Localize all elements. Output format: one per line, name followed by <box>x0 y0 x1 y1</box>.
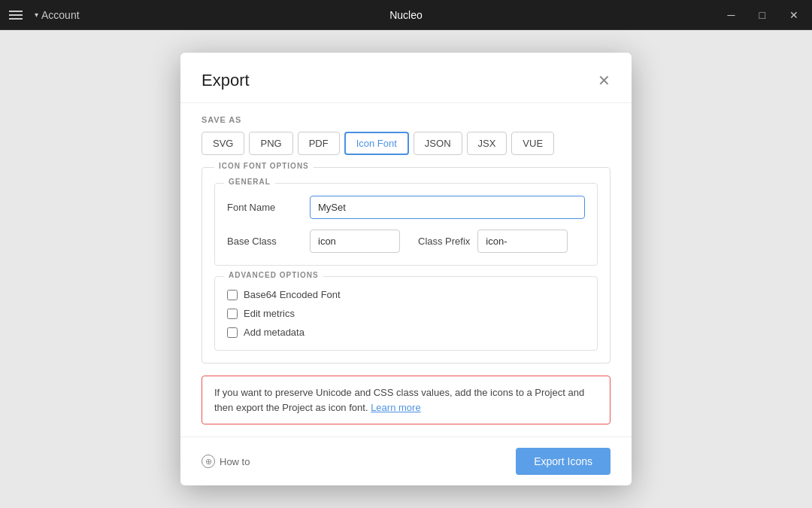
format-png[interactable]: PNG <box>249 132 292 155</box>
base64-checkbox[interactable] <box>227 290 238 300</box>
learn-more-link[interactable]: Learn more <box>371 402 420 413</box>
dialog-footer: ⊕ How to Export Icons <box>180 437 632 485</box>
format-tabs: SVG PNG PDF Icon Font JSON JSX VUE <box>201 132 611 155</box>
advanced-section: ADVANCED OPTIONS Base64 Encoded Font Edi… <box>214 276 598 351</box>
metadata-row: Add metadata <box>227 327 585 338</box>
metadata-label: Add metadata <box>244 327 304 338</box>
base64-label: Base64 Encoded Font <box>244 289 341 300</box>
content-area: Export ✕ SAVE AS SVG PNG PDF Icon Font J… <box>0 30 812 508</box>
account-menu[interactable]: ▾ Account <box>35 9 80 21</box>
dialog-header: Export ✕ <box>180 53 632 103</box>
format-pdf[interactable]: PDF <box>298 132 340 155</box>
advanced-legend: ADVANCED OPTIONS <box>224 271 323 279</box>
base-class-input[interactable] <box>310 230 400 253</box>
class-prefix-field: Class Prefix <box>418 230 568 253</box>
minimize-button[interactable]: ─ <box>723 8 740 22</box>
maximize-button[interactable]: □ <box>755 8 770 22</box>
options-wrapper: ICON FONT OPTIONS GENERAL Font Name Base… <box>180 155 632 376</box>
general-legend: GENERAL <box>224 178 275 186</box>
class-prefix-input[interactable] <box>477 230 568 253</box>
app-title: Nucleo <box>389 9 423 21</box>
titlebar-left: ▾ Account <box>9 9 80 21</box>
format-svg[interactable]: SVG <box>201 132 244 155</box>
options-panel: ICON FONT OPTIONS GENERAL Font Name Base… <box>201 167 611 364</box>
base-class-group: Class Prefix <box>310 230 585 253</box>
chevron-down-icon: ▾ <box>35 11 38 19</box>
metrics-row: Edit metrics <box>227 308 585 319</box>
help-icon: ⊕ <box>201 455 215 468</box>
close-window-button[interactable]: ✕ <box>785 8 803 22</box>
font-name-label: Font Name <box>227 202 310 213</box>
dialog-close-button[interactable]: ✕ <box>598 73 611 88</box>
save-as-label: SAVE AS <box>201 115 611 124</box>
dialog-title: Export <box>201 71 250 90</box>
metrics-label: Edit metrics <box>244 308 295 319</box>
options-legend: ICON FONT OPTIONS <box>214 162 314 170</box>
format-json[interactable]: JSON <box>414 132 462 155</box>
format-vue[interactable]: VUE <box>511 132 554 155</box>
font-name-row: Font Name <box>227 196 585 219</box>
base-class-label: Base Class <box>227 236 310 247</box>
titlebar: ▾ Account Nucleo ─ □ ✕ <box>0 0 812 30</box>
general-section: GENERAL Font Name Base Class Class Prefi… <box>214 183 598 266</box>
save-as-section: SAVE AS SVG PNG PDF Icon Font JSON JSX V… <box>180 103 632 155</box>
export-dialog: Export ✕ SAVE AS SVG PNG PDF Icon Font J… <box>180 53 632 485</box>
class-prefix-label: Class Prefix <box>418 236 470 247</box>
metadata-checkbox[interactable] <box>227 327 238 338</box>
base64-row: Base64 Encoded Font <box>227 289 585 300</box>
format-icon-font[interactable]: Icon Font <box>344 132 409 155</box>
warning-text: If you want to preserve Unicode and CSS … <box>214 385 598 415</box>
window-controls: ─ □ ✕ <box>723 8 803 22</box>
metrics-checkbox[interactable] <box>227 309 238 319</box>
export-icons-button[interactable]: Export Icons <box>516 448 611 475</box>
warning-box: If you want to preserve Unicode and CSS … <box>201 376 611 424</box>
account-label: Account <box>41 9 80 21</box>
base-class-row: Base Class Class Prefix <box>227 230 585 253</box>
font-name-input[interactable] <box>310 196 585 219</box>
how-to-label: How to <box>220 456 250 467</box>
how-to-button[interactable]: ⊕ How to <box>201 455 250 468</box>
format-jsx[interactable]: JSX <box>467 132 508 155</box>
menu-icon[interactable] <box>9 11 23 20</box>
